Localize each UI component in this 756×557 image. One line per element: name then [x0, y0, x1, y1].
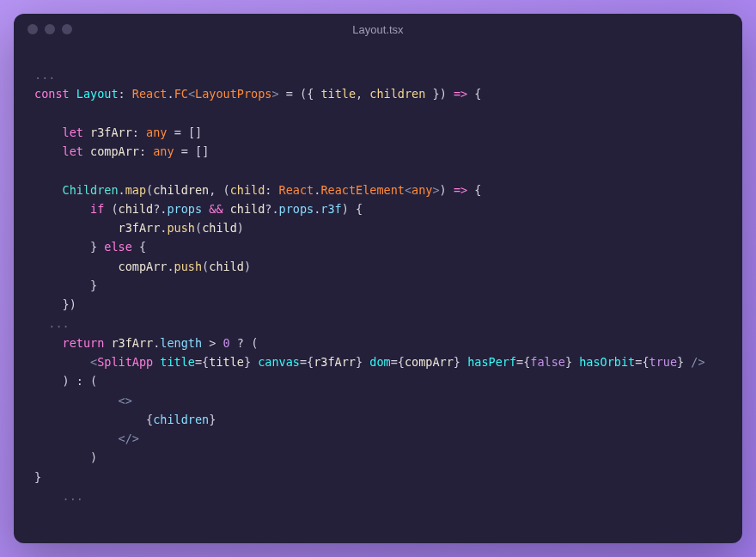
children-obj: Children: [63, 183, 119, 197]
param-title: title: [320, 87, 356, 101]
op-optchain: ?.: [153, 202, 167, 216]
maximize-icon[interactable]: [62, 24, 72, 34]
var-children: children: [153, 183, 209, 197]
window-title: Layout.tsx: [352, 23, 403, 36]
op-optchain: ?.: [265, 202, 278, 216]
var-r3farr: r3fArr: [119, 221, 161, 235]
code-editor[interactable]: ... const Layout: React.FC<LayoutProps> …: [14, 45, 742, 543]
editor-window: Layout.tsx ... const Layout: React.FC<La…: [14, 14, 742, 543]
var-child: child: [202, 221, 237, 235]
component-name: Layout: [76, 87, 119, 101]
op-arrow: =>: [454, 87, 467, 101]
op-arrow: =>: [454, 183, 467, 197]
prop-props: props: [167, 202, 202, 216]
type-react: React: [132, 87, 168, 101]
empty-array: []: [195, 144, 209, 158]
param-children: children: [369, 87, 425, 101]
attr-hasorbit: hasOrbit: [579, 355, 635, 369]
close-icon[interactable]: [27, 24, 38, 34]
jsx-fragment-open: <>: [119, 394, 132, 407]
op-assign: =: [286, 87, 293, 101]
type-any: any: [412, 183, 432, 197]
prop-length: length: [160, 336, 202, 350]
method-push: push: [167, 221, 195, 235]
traffic-lights: [27, 24, 72, 34]
var-child: child: [209, 260, 244, 273]
type-react: React: [279, 183, 314, 197]
var-comparr: compArr: [119, 260, 168, 273]
var-r3farr: r3fArr: [90, 125, 132, 139]
ellipsis-token: ...: [34, 68, 55, 82]
ellipsis-token: ...: [63, 489, 83, 503]
number-zero: 0: [223, 336, 230, 350]
method-push: push: [174, 260, 203, 273]
titlebar: Layout.tsx: [14, 14, 742, 45]
attr-hasperf: hasPerf: [467, 355, 516, 369]
bool-false: false: [530, 355, 565, 369]
op-and: &&: [209, 202, 223, 216]
bool-true: true: [649, 355, 678, 369]
param-child: child: [230, 183, 265, 197]
type-layoutprops: LayoutProps: [195, 87, 271, 101]
var-r3farr: r3fArr: [314, 355, 356, 369]
var-comparr: compArr: [90, 144, 139, 158]
op-assign: =: [174, 125, 181, 139]
prop-props: props: [279, 202, 314, 216]
keyword-const: const: [34, 87, 70, 101]
attr-dom: dom: [369, 355, 390, 369]
keyword-return: return: [63, 336, 105, 350]
keyword-let: let: [63, 125, 83, 139]
ellipsis-token: ...: [48, 316, 69, 330]
empty-array: []: [188, 125, 202, 139]
op-assign: =: [181, 144, 188, 158]
attr-canvas: canvas: [258, 355, 300, 369]
attr-title: title: [160, 355, 195, 369]
jsx-fragment-close: </>: [119, 432, 139, 445]
type-any: any: [146, 125, 167, 139]
method-map: map: [125, 183, 146, 197]
type-reactelement: ReactElement: [320, 183, 405, 197]
var-child: child: [119, 202, 154, 216]
prop-r3f: r3f: [320, 202, 341, 216]
var-r3farr: r3fArr: [111, 336, 153, 350]
jsx-splitapp: SplitApp: [97, 355, 153, 369]
var-title: title: [209, 355, 244, 369]
var-comparr: compArr: [405, 355, 454, 369]
keyword-let: let: [63, 144, 83, 158]
minimize-icon[interactable]: [45, 24, 55, 34]
type-any: any: [153, 144, 174, 158]
keyword-else: else: [104, 240, 132, 254]
op-gt: >: [209, 336, 216, 350]
keyword-if: if: [90, 202, 104, 216]
var-child: child: [230, 202, 265, 216]
type-fc: FC: [174, 87, 188, 101]
var-children: children: [153, 413, 209, 426]
